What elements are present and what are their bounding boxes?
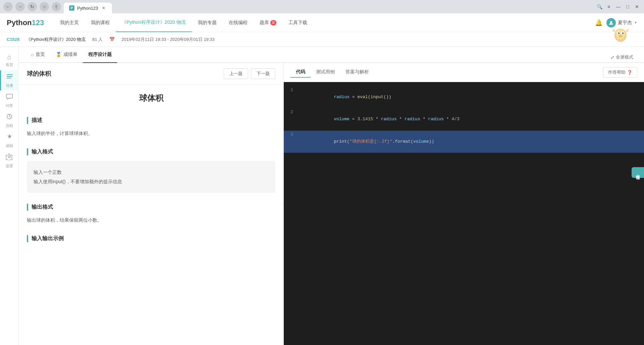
sidebar-item-home[interactable]: ⌂ 首页 <box>0 50 19 70</box>
window-maximize-button[interactable]: □ <box>624 3 631 10</box>
code-line-2: 2 volume = 3.1415 * radius * radius * ra… <box>284 108 644 130</box>
main-layout: ⌂ 首页 任务 问答 历程 成就 <box>0 47 644 345</box>
site-logo[interactable]: Python123 <box>7 18 44 27</box>
right-float-sidebar[interactable]: 在线课程 <box>632 167 644 178</box>
svg-point-6 <box>622 32 624 34</box>
nav-item-courses[interactable]: 我的课程 <box>85 13 116 32</box>
content-area: ⌂ 首页 🏅 成绩单 程序设计题 ⤢ 全屏模式 球的体积 <box>19 47 644 345</box>
left-sidebar: ⌂ 首页 任务 问答 历程 成就 <box>0 47 19 345</box>
split-content: 球的体积 上一题 下一题 球体积 描述 输入球的半径，计算球球体积。 输入格式 … <box>19 63 644 345</box>
notification-icon[interactable]: 🔔 <box>595 19 602 26</box>
history-icon <box>6 113 13 122</box>
section-input-format-title: 输入格式 <box>27 148 275 155</box>
line-content-1: radius = eval(input()) <box>297 87 391 108</box>
nav-item-home[interactable]: 我的主页 <box>54 13 85 32</box>
line-number-2: 2 <box>284 109 297 130</box>
nav-menu: 我的主页 我的课程 《Python程序设计》2020 物流 我的专题 在线编程 … <box>54 13 313 32</box>
code-tabs: 代码 测试用例 答案与解析 <box>290 67 374 78</box>
nav-item-topics[interactable]: 我的专题 <box>192 13 223 32</box>
logo-python: Python <box>7 18 32 27</box>
input-format-box: 输入一个正数 输入使用input()，不要增加额外的提示信息 <box>27 161 275 193</box>
window-search-button[interactable]: 🔍 <box>596 3 603 10</box>
achievements-icon <box>6 133 13 142</box>
mascot-decoration <box>610 23 631 44</box>
float-sidebar-label: 在线课程 <box>634 170 642 175</box>
svg-point-12 <box>8 156 10 158</box>
problems-badge: 新 <box>270 20 276 25</box>
problem-name: 球体积 <box>27 93 275 104</box>
sub-tabs-bar: ⌂ 首页 🏅 成绩单 程序设计题 ⤢ 全屏模式 <box>19 47 644 63</box>
problem-content: 球体积 描述 输入球的半径，计算球球体积。 输入格式 输入一个正数 输入使用in… <box>19 85 283 256</box>
section-output-format-title: 输出格式 <box>27 204 275 211</box>
code-panel: 代码 测试用例 答案与解析 作答帮助 ❓ <box>284 63 644 345</box>
tab-home[interactable]: ⌂ 首页 <box>25 47 50 63</box>
tab-programming[interactable]: 程序设计题 <box>83 47 117 63</box>
input-format-line-2: 输入使用input()，不要增加额外的提示信息 <box>34 177 269 186</box>
code-line-1: 1 radius = eval(input()) <box>284 86 644 108</box>
problem-header: 球的体积 上一题 下一题 <box>19 63 283 85</box>
line-number-1: 1 <box>284 87 297 108</box>
code-tab-answer[interactable]: 答案与解析 <box>340 67 374 78</box>
section-output-format-text: 输出球的体积，结果保留两位小数。 <box>27 216 275 224</box>
sidebar-item-qa[interactable]: 问答 <box>0 90 19 111</box>
tab-icon: P <box>69 5 74 11</box>
next-problem-button[interactable]: 下一题 <box>251 68 275 79</box>
section-description-title: 描述 <box>27 117 275 124</box>
problem-nav-buttons: 上一题 下一题 <box>224 68 275 79</box>
code-panel-header: 代码 测试用例 答案与解析 作答帮助 ❓ <box>284 63 644 82</box>
window-minimize-button[interactable]: — <box>614 3 622 10</box>
calendar-icon: 📅 <box>109 37 115 42</box>
svg-point-5 <box>618 32 620 34</box>
browser-tab[interactable]: P Python123 ✕ <box>64 3 112 13</box>
window-menu-button[interactable]: ≡ <box>605 3 612 10</box>
answer-help-button[interactable]: 作答帮助 ❓ <box>603 67 637 78</box>
input-format-line-1: 输入一个正数 <box>34 167 269 177</box>
window-close-button[interactable]: ✕ <box>633 3 641 10</box>
qa-icon <box>6 93 13 102</box>
browser-tab-bar: P Python123 ✕ <box>64 0 593 13</box>
code-tab-testcase[interactable]: 测试用例 <box>311 67 340 78</box>
sidebar-item-achievements[interactable]: 成就 <box>0 131 19 151</box>
browser-bookmark-button[interactable]: ☆ <box>40 2 49 11</box>
tab-home-icon: ⌂ <box>31 52 34 57</box>
help-icon: ❓ <box>627 70 632 75</box>
tasks-icon <box>6 73 13 82</box>
svg-point-2 <box>616 29 625 40</box>
logo-123: 123 <box>32 18 44 27</box>
home-icon: ⌂ <box>7 53 11 61</box>
nav-item-online-coding[interactable]: 在线编程 <box>223 13 254 32</box>
sidebar-item-tasks[interactable]: 任务 <box>0 70 19 90</box>
line-number-3: 3 <box>284 131 297 152</box>
browser-share-button[interactable]: ⇧ <box>52 2 61 11</box>
problem-title: 球的体积 <box>27 70 51 78</box>
nav-item-current-course[interactable]: 《Python程序设计》2020 物流 <box>116 13 192 32</box>
svg-point-7 <box>619 35 623 38</box>
code-line-3: 3 print("球的体积是{:.2f}".format(volume)) <box>284 131 644 153</box>
browser-back-button[interactable]: ← <box>3 2 13 11</box>
svg-rect-9 <box>7 76 13 77</box>
nav-item-problems[interactable]: 题库 新 <box>254 13 282 32</box>
fullscreen-button[interactable]: ⤢ 全屏模式 <box>606 52 637 62</box>
browser-chrome: ← → ↻ ☆ ⇧ P Python123 ✕ 🔍 ≡ — □ ✕ <box>0 0 644 13</box>
panel-divider[interactable]: ⋮ <box>281 63 283 345</box>
tab-grades-icon: 🏅 <box>56 52 61 57</box>
course-students: 81 人 <box>92 37 103 43</box>
browser-forward-button[interactable]: → <box>15 2 25 11</box>
course-name: 《Python程序设计》2020 物流 <box>26 37 86 43</box>
sidebar-item-history[interactable]: 历程 <box>0 111 19 131</box>
top-navbar: Python123 我的主页 我的课程 《Python程序设计》2020 物流 … <box>0 13 644 32</box>
course-date: 2019年02月11日 19:33 - 2020年09月01日 19:33 <box>121 37 215 43</box>
code-editor[interactable]: 1 radius = eval(input()) 2 volume = 3.14… <box>284 82 644 345</box>
svg-rect-8 <box>7 74 13 75</box>
tab-grades[interactable]: 🏅 成绩单 <box>50 47 83 63</box>
nav-item-tools[interactable]: 工具下载 <box>282 13 313 32</box>
browser-refresh-button[interactable]: ↻ <box>28 2 37 11</box>
divider-dots-icon: ⋮ <box>280 202 284 206</box>
user-dropdown-icon: ▼ <box>634 21 637 24</box>
course-info-bar: C1528 《Python程序设计》2020 物流 81 人 📅 2019年02… <box>0 32 644 47</box>
prev-problem-button[interactable]: 上一题 <box>224 68 248 79</box>
sidebar-item-settings[interactable]: 设置 <box>0 151 19 171</box>
fullscreen-icon: ⤢ <box>610 55 614 60</box>
tab-close-button[interactable]: ✕ <box>101 5 107 11</box>
code-tab-code[interactable]: 代码 <box>290 67 311 78</box>
